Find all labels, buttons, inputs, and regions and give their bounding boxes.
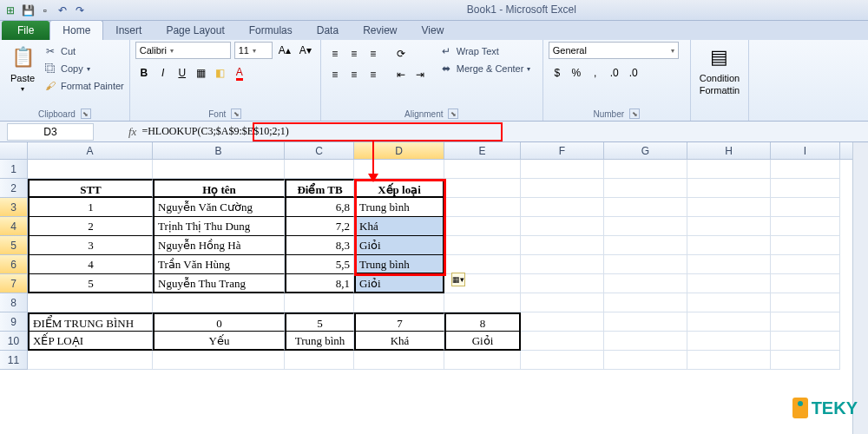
cell[interactable]: Khá (354, 332, 444, 351)
cell[interactable]: 1 (28, 198, 153, 217)
cell[interactable] (521, 198, 604, 217)
cell[interactable]: Nguyễn Hồng Hà (153, 236, 285, 255)
row-6[interactable]: 6 (0, 255, 28, 274)
cell[interactable] (771, 179, 840, 198)
cell[interactable]: 8,1 (285, 274, 354, 293)
cell[interactable] (687, 255, 771, 274)
col-C[interactable]: C (285, 142, 354, 159)
cell[interactable]: 6,8 (285, 198, 354, 217)
wrap-text-button[interactable]: ↵Wrap Text (439, 43, 531, 59)
tab-file[interactable]: File (2, 21, 49, 40)
cell[interactable]: 5 (28, 274, 153, 293)
format-painter-button[interactable]: 🖌Format Painter (43, 78, 124, 94)
cell[interactable] (153, 160, 285, 179)
align-center-icon[interactable]: ≡ (345, 66, 363, 83)
tab-view[interactable]: View (410, 21, 457, 40)
increase-decimal-icon[interactable]: .0 (606, 64, 623, 82)
cell[interactable] (521, 179, 604, 198)
cell[interactable]: Trần Văn Hùng (153, 255, 285, 274)
decrease-font-icon[interactable]: A▾ (297, 42, 314, 59)
conditional-formatting-button[interactable]: ▤ Condition Formattin (696, 42, 743, 97)
align-bottom-icon[interactable]: ≡ (365, 45, 382, 62)
row-1[interactable]: 1 (0, 160, 28, 179)
row-5[interactable]: 5 (0, 236, 28, 255)
cell[interactable] (687, 198, 771, 217)
align-right-icon[interactable]: ≡ (365, 66, 382, 83)
cell[interactable] (153, 293, 285, 312)
cell[interactable] (285, 351, 354, 370)
tab-formulas[interactable]: Formulas (237, 21, 305, 40)
col-D[interactable]: D (354, 142, 444, 159)
cell[interactable] (521, 217, 604, 236)
italic-button[interactable]: I (155, 64, 172, 82)
cell[interactable] (604, 179, 687, 198)
col-I[interactable]: I (771, 142, 840, 159)
comma-icon[interactable]: , (587, 64, 604, 82)
cell[interactable] (604, 332, 687, 351)
font-name-select[interactable]: Calibri▾ (135, 42, 231, 59)
orientation-icon[interactable]: ⟳ (392, 45, 410, 62)
cell[interactable]: STT (28, 179, 153, 198)
cell[interactable] (604, 255, 687, 274)
tab-review[interactable]: Review (351, 21, 409, 40)
cell[interactable] (444, 236, 521, 255)
cell[interactable] (444, 217, 521, 236)
increase-indent-icon[interactable]: ⇥ (411, 66, 429, 83)
cell[interactable]: Giỏi (444, 332, 521, 351)
cell[interactable] (771, 217, 840, 236)
cell[interactable]: 8,3 (285, 236, 354, 255)
cell[interactable]: 8 (444, 312, 521, 332)
cell[interactable] (771, 293, 840, 312)
align-middle-icon[interactable]: ≡ (345, 45, 363, 62)
percent-icon[interactable]: % (568, 64, 585, 82)
number-dialog-icon[interactable]: ⬊ (629, 108, 640, 119)
cell[interactable]: 0 (153, 312, 285, 332)
row-8[interactable]: 8 (0, 293, 28, 312)
underline-button[interactable]: U (174, 64, 191, 82)
cell[interactable] (687, 217, 771, 236)
redo-icon[interactable]: ↷ (73, 3, 87, 17)
number-format-select[interactable]: General▾ (549, 42, 679, 59)
tab-insert[interactable]: Insert (103, 21, 154, 40)
tab-pagelayout[interactable]: Page Layout (154, 21, 236, 40)
cell[interactable]: 7 (354, 312, 444, 332)
font-color-button[interactable]: A (231, 64, 248, 82)
cell[interactable] (521, 255, 604, 274)
cell[interactable] (444, 198, 521, 217)
undo-icon[interactable]: ↶ (56, 3, 69, 17)
cell[interactable]: 7,2 (285, 217, 354, 236)
cell[interactable] (771, 255, 840, 274)
font-dialog-icon[interactable]: ⬊ (231, 108, 241, 119)
font-size-select[interactable]: 11▾ (234, 42, 273, 59)
cell[interactable]: 4 (28, 255, 153, 274)
cell[interactable]: Giỏi (354, 236, 444, 255)
cell[interactable] (604, 293, 687, 312)
cell[interactable] (354, 351, 444, 370)
border-button[interactable]: ▦ (193, 64, 210, 82)
row-11[interactable]: 11 (0, 351, 28, 370)
row-2[interactable]: 2 (0, 179, 28, 198)
worksheet-grid[interactable]: A B C D E F G H I 1 2 STT Họ tên Điểm TB… (0, 142, 868, 370)
cell[interactable]: Yếu (153, 332, 285, 351)
col-H[interactable]: H (687, 142, 771, 159)
cell[interactable]: Trung bình (354, 198, 444, 217)
copy-button[interactable]: ⿻Copy▾ (43, 61, 124, 76)
name-box[interactable]: D3 (7, 123, 94, 141)
cell[interactable] (604, 198, 687, 217)
cell[interactable] (521, 274, 604, 293)
clipboard-dialog-icon[interactable]: ⬊ (81, 108, 91, 119)
row-7[interactable]: 7 (0, 274, 28, 293)
bold-button[interactable]: B (135, 64, 153, 82)
cell[interactable] (354, 293, 444, 312)
cell[interactable] (771, 198, 840, 217)
vertical-scrollbar[interactable] (852, 142, 868, 434)
cell[interactable] (604, 236, 687, 255)
tab-data[interactable]: Data (305, 21, 351, 40)
cell[interactable] (687, 179, 771, 198)
cell[interactable]: ĐIỂM TRUNG BÌNH (28, 312, 153, 332)
cell[interactable] (771, 160, 840, 179)
cell[interactable] (687, 332, 771, 351)
cell[interactable] (687, 160, 771, 179)
cell[interactable] (521, 332, 604, 351)
formula-input[interactable]: =HLOOKUP(C3;$A$9:$E$10;2;1) (136, 123, 868, 140)
